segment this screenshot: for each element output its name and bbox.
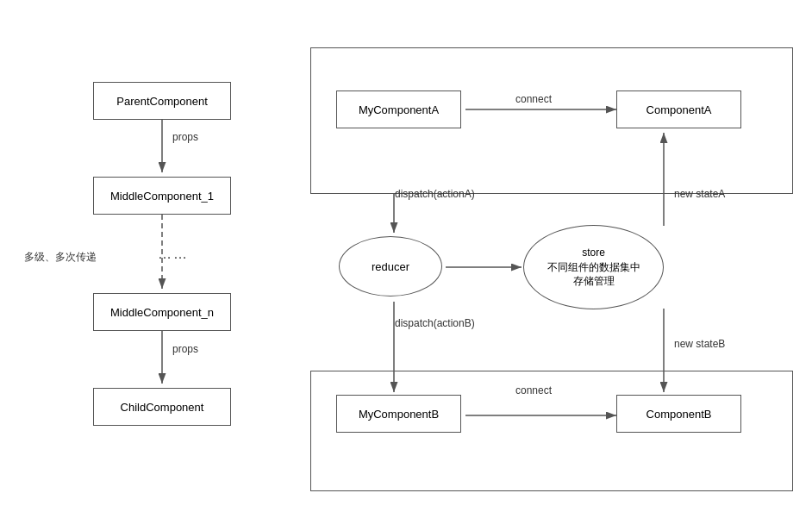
middle-component-1-label: MiddleComponent_1 [110, 190, 214, 203]
new-state-b-label: new stateB [674, 338, 725, 350]
middle-component-n-box: MiddleComponent_n [93, 293, 231, 331]
dots-label: …… [158, 247, 189, 262]
child-component-box: ChildComponent [93, 388, 231, 426]
multilevel-label: 多级、多次传递 [24, 250, 97, 265]
connect-label-b: connect [515, 384, 552, 396]
diagram: ParentComponent MiddleComponent_1 Middle… [0, 0, 812, 518]
parent-component-box: ParentComponent [93, 82, 231, 120]
my-component-a-label: MyComponentA [359, 103, 439, 116]
component-b-label: ComponentB [646, 408, 712, 421]
props-label-1: props [172, 131, 198, 143]
props-label-2: props [172, 343, 198, 355]
my-component-a-box: MyComponentA [336, 90, 461, 128]
new-state-a-label: new stateA [674, 188, 725, 200]
my-component-b-label: MyComponentB [359, 408, 439, 421]
dispatch-a-label: dispatch(actionA) [395, 188, 475, 200]
middle-component-n-label: MiddleComponent_n [110, 306, 214, 319]
store-label: store 不同组件的数据集中 存储管理 [547, 246, 640, 289]
parent-component-label: ParentComponent [116, 95, 208, 108]
reducer-label: reducer [372, 260, 409, 273]
store-ellipse: store 不同组件的数据集中 存储管理 [523, 225, 664, 309]
component-b-box: ComponentB [616, 395, 741, 433]
component-a-box: ComponentA [616, 90, 741, 128]
reducer-ellipse: reducer [339, 236, 442, 296]
connect-label-a: connect [515, 93, 552, 105]
component-a-label: ComponentA [646, 103, 712, 116]
child-component-label: ChildComponent [121, 401, 204, 414]
middle-component-1-box: MiddleComponent_1 [93, 177, 231, 215]
dispatch-b-label: dispatch(actionB) [395, 317, 475, 329]
my-component-b-box: MyComponentB [336, 395, 461, 433]
